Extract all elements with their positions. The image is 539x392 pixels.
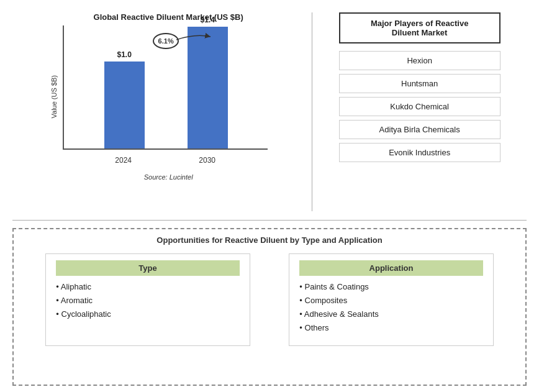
bar-label-2024: 2024: [115, 156, 132, 165]
type-item-aliphatic: • Aliphatic: [56, 282, 239, 291]
annotation-area: 6.1%: [153, 33, 179, 49]
bars-container: 6.1%: [63, 25, 268, 150]
player-evonik: Evonik Industries: [339, 143, 500, 162]
type-column: Type • Aliphatic • Aromatic • Cycloaliph…: [45, 253, 250, 346]
bullet-7: •: [299, 323, 304, 332]
app-item-paints: • Paints & Coatings: [299, 282, 482, 291]
bottom-columns: Type • Aliphatic • Aromatic • Cycloaliph…: [26, 253, 513, 346]
bottom-section: Opportunities for Reactive Diluent by Ty…: [12, 228, 527, 386]
top-section: Global Reactive Diluent Market (US $B) V…: [12, 6, 527, 217]
bar-2024: [104, 62, 145, 148]
y-axis-label: Value (US $B): [50, 75, 58, 119]
bar-value-2024: $1.0: [117, 50, 131, 59]
bullet-3: •: [56, 309, 61, 319]
chart-inner: 6.1%: [63, 25, 268, 168]
player-kukdo: Kukdo Chemical: [339, 97, 500, 116]
bottom-title: Opportunities for Reactive Diluent by Ty…: [26, 235, 513, 245]
players-area: Major Players of ReactiveDiluent Market …: [312, 6, 527, 217]
type-item-aromatic: • Aromatic: [56, 296, 239, 305]
x-axis-labels: 2024 2030: [63, 152, 268, 165]
bar-group-2024: $1.0: [104, 50, 145, 148]
app-item-others: • Others: [299, 323, 482, 332]
source-text: Source: Lucintel: [144, 173, 193, 181]
application-column: Application • Paints & Coatings • Compos…: [289, 253, 493, 346]
annotation-text: 6.1%: [158, 37, 174, 45]
bullet-5: •: [299, 296, 304, 305]
chart-wrapper: Value (US $B) 6.1%: [50, 25, 286, 168]
type-item-cycloaliphatic: • Cycloaliphatic: [56, 309, 239, 319]
player-hexion: Hexion: [339, 51, 500, 70]
bullet-4: •: [299, 282, 304, 291]
player-huntsman: Huntsman: [339, 74, 500, 93]
bullet-2: •: [56, 296, 60, 305]
type-header: Type: [56, 260, 239, 276]
app-item-adhesive: • Adhesive & Sealants: [299, 309, 482, 319]
arrow-svg: [176, 30, 214, 49]
bullet-1: •: [56, 282, 60, 291]
bullet-6: •: [299, 309, 304, 319]
annotation-circle: 6.1%: [153, 33, 179, 49]
bar-label-2030: 2030: [199, 156, 215, 165]
player-aditya: Aditya Birla Chemicals: [339, 120, 500, 139]
players-title: Major Players of ReactiveDiluent Market: [339, 12, 500, 43]
bar-value-2030: $1.4: [200, 16, 214, 24]
application-header: Application: [299, 260, 482, 276]
horizontal-divider: [12, 220, 527, 221]
main-container: Global Reactive Diluent Market (US $B) V…: [0, 0, 539, 392]
chart-area: Global Reactive Diluent Market (US $B) V…: [12, 6, 312, 217]
app-item-composites: • Composites: [299, 296, 482, 305]
